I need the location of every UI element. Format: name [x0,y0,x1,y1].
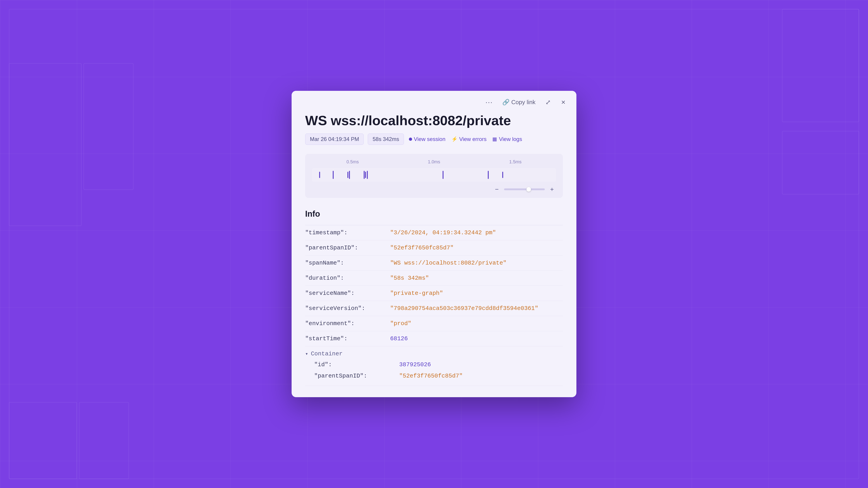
duration-badge: 58s 342ms [368,133,404,145]
bg-rect-left-top [9,63,81,226]
info-key-starttime: "startTime": [305,335,386,342]
timeline-tick [349,171,350,179]
container-key-id: "id": [314,361,396,368]
view-session-link[interactable]: View session [408,134,446,144]
session-dot-icon [409,138,412,141]
container-toggle[interactable]: ▾ Container [305,350,563,357]
info-value-duration: "58s 342ms" [390,275,429,282]
info-key-environment: "environment": [305,320,386,327]
info-row-serviceversion: "serviceVersion": "798a290754aca503c3693… [305,301,563,316]
info-row-starttime: "startTime": 68126 [305,331,563,346]
timeline-tick [319,172,320,178]
datetime-value: Mar 26 04:19:34 PM [310,136,359,142]
bg-rect-left-bottom [9,402,77,479]
bg-rect-right-top [782,9,859,122]
info-row-spanname: "spanName": "WS wss://localhost:8082/pri… [305,256,563,271]
info-key-timestamp: "timestamp": [305,229,386,236]
timeline-zoom-row: − + [312,185,556,193]
more-options-button[interactable]: ··· [484,97,495,107]
info-row-duration: "duration": "58s 342ms" [305,271,563,286]
modal-header: ··· 🔗 Copy link ⤢ × [291,91,577,111]
info-key-spanname: "spanName": [305,260,386,266]
zoom-in-button[interactable]: + [548,185,556,193]
modal-body: WS wss://localhost:8082/private Mar 26 0… [291,111,577,397]
close-button[interactable]: × [558,97,568,107]
copy-link-label: Copy link [511,99,535,106]
container-value-parentspanid: "52ef3f7650fc85d7" [399,372,463,379]
bg-rect-right-mid [782,131,859,194]
timeline-tick [442,171,443,179]
info-value-parentspanid: "52ef3f7650fc85d7" [390,245,454,251]
view-logs-label: View logs [499,136,522,142]
container-inner: "id": 387925026 "parentSpanID": "52ef3f7… [305,359,563,382]
info-section: Info "timestamp": "3/26/2024, 04:19:34.3… [305,209,563,386]
chevron-down-icon: ▾ [305,351,308,357]
timeline-track [312,168,556,182]
timeline-tick [488,171,489,179]
info-key-servicename: "serviceName": [305,290,386,297]
meta-row: Mar 26 04:19:34 PM 58s 342ms View sessio… [305,133,563,145]
info-table: "timestamp": "3/26/2024, 04:19:34.32442 … [305,225,563,386]
duration-value: 58s 342ms [373,136,399,142]
info-key-parentspanid: "parentSpanID": [305,245,386,251]
zoom-slider[interactable] [504,188,545,190]
container-label: Container [311,350,342,357]
expand-icon: ⤢ [546,98,551,106]
timeline-ruler: 0.5ms 1.0ms 1.5ms [312,159,556,164]
timeline-tick [364,171,365,179]
container-key-parentspanid: "parentSpanID": [314,372,396,379]
info-row-parentspanid: "parentSpanID": "52ef3f7650fc85d7" [305,240,563,256]
view-session-label: View session [414,136,445,142]
timeline-tick [367,171,368,179]
timeline-tick [347,172,348,178]
info-value-timestamp: "3/26/2024, 04:19:34.32442 pm" [390,229,496,236]
ruler-label-0: 0.5ms [346,159,359,164]
timeline-tick [333,171,334,179]
timeline-tick [365,172,366,178]
info-section-title: Info [305,209,563,219]
bg-rect-left-mid [84,63,133,190]
datetime-badge: Mar 26 04:19:34 PM [305,133,364,145]
container-value-id: 387925026 [399,361,431,368]
bg-rect-left-bottom2 [79,402,129,479]
info-row-servicename: "serviceName": "private-graph" [305,286,563,301]
info-row-environment: "environment": "prod" [305,316,563,331]
view-errors-label: View errors [459,136,487,142]
info-value-spanname: "WS wss://localhost:8082/private" [390,260,506,266]
view-logs-link[interactable]: ▦ View logs [491,134,523,144]
info-value-environment: "prod" [390,320,411,327]
info-value-starttime: 68126 [390,335,408,342]
logs-grid-icon: ▦ [492,136,497,142]
timeline-container: 0.5ms 1.0ms 1.5ms − [305,154,563,198]
modal-dialog: ··· 🔗 Copy link ⤢ × WS wss://localhost:8… [291,91,577,397]
view-errors-link[interactable]: ⚡ View errors [451,134,488,144]
zoom-out-button[interactable]: − [493,185,501,193]
info-value-servicename: "private-graph" [390,290,443,297]
close-icon: × [561,98,565,106]
lightning-icon: ⚡ [452,136,458,142]
expand-button[interactable]: ⤢ [543,97,553,107]
info-row-container: ▾ Container "id": 387925026 "parentSpanI… [305,346,563,386]
info-key-serviceversion: "serviceVersion": [305,305,386,312]
zoom-slider-thumb [526,187,531,192]
copy-link-button[interactable]: 🔗 Copy link [500,97,538,107]
ruler-label-1: 1.0ms [428,159,440,164]
modal-title: WS wss://localhost:8082/private [305,113,563,128]
info-key-duration: "duration": [305,275,386,282]
timeline-tick [502,172,503,178]
container-row-parentspanid: "parentSpanID": "52ef3f7650fc85d7" [314,370,563,382]
info-value-serviceversion: "798a290754aca503c36937e79cdd8df3594e036… [390,305,538,312]
ruler-label-2: 1.5ms [509,159,522,164]
container-row-id: "id": 387925026 [314,359,563,370]
link-icon: 🔗 [502,99,509,106]
info-row-timestamp: "timestamp": "3/26/2024, 04:19:34.32442 … [305,225,563,240]
